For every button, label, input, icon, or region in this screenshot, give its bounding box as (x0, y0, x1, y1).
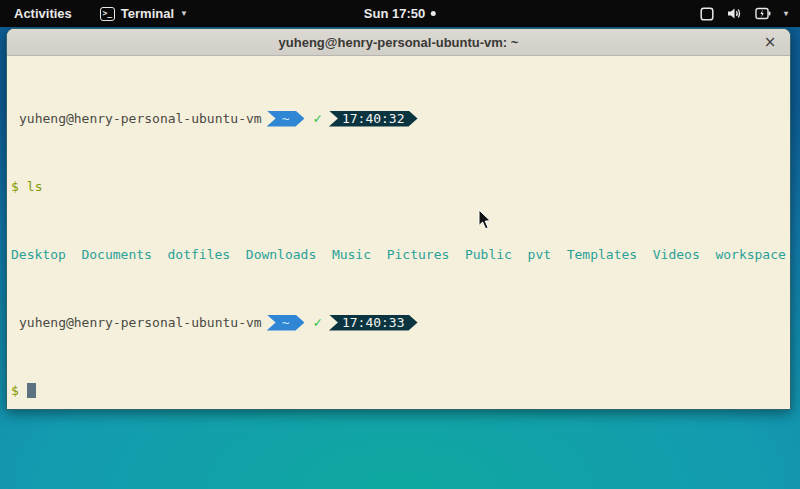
status-check-icon: ✓ (313, 314, 321, 331)
ls-output: Desktop Documents dotfiles Downloads Mus… (11, 246, 786, 263)
prompt-user: yuheng@henry-personal-ubuntu-vm (11, 314, 262, 331)
battery-charging-icon (755, 7, 771, 20)
chevron-down-icon: ▼ (180, 9, 188, 18)
window-titlebar[interactable]: yuheng@henry-personal-ubuntu-vm: ~ × (7, 29, 790, 56)
terminal-window: yuheng@henry-personal-ubuntu-vm: ~ × yuh… (6, 28, 791, 410)
prompt-path-badge: ~ (267, 315, 305, 331)
shell-prompt: $ (11, 382, 19, 399)
window-title: yuheng@henry-personal-ubuntu-vm: ~ (279, 35, 519, 50)
status-check-icon: ✓ (313, 110, 321, 127)
prompt-path-badge: ~ (267, 111, 305, 127)
system-tray-menu[interactable]: ▾ (700, 7, 788, 21)
terminal-content[interactable]: yuheng@henry-personal-ubuntu-vm ~ ✓ 17:4… (7, 56, 790, 410)
shell-prompt: $ (11, 178, 19, 195)
command-line: $ ls (11, 178, 786, 195)
mouse-pointer-icon (478, 209, 492, 230)
prompt-time-badge: 17:40:32 (329, 111, 418, 127)
close-button[interactable]: × (761, 33, 779, 51)
terminal-cursor (27, 383, 36, 398)
app-menu-label: Terminal (121, 6, 174, 21)
volume-icon (727, 7, 742, 20)
app-menu-terminal[interactable]: >_ Terminal ▼ (100, 6, 188, 21)
notification-dot (431, 11, 436, 16)
input-line: $ (11, 382, 786, 399)
prompt-user: yuheng@henry-personal-ubuntu-vm (11, 110, 262, 127)
clock-button[interactable]: Sun 17:50 (364, 6, 436, 21)
prompt-line: yuheng@henry-personal-ubuntu-vm ~ ✓ 17:4… (11, 314, 786, 331)
activities-button[interactable]: Activities (10, 4, 76, 23)
top-bar: Activities >_ Terminal ▼ Sun 17:50 ▾ (0, 0, 800, 27)
command-text: ls (27, 178, 43, 195)
display-icon (700, 7, 714, 21)
prompt-line: yuheng@henry-personal-ubuntu-vm ~ ✓ 17:4… (11, 110, 786, 127)
chevron-down-icon: ▾ (784, 9, 788, 18)
terminal-app-icon: >_ (100, 7, 115, 21)
prompt-time-badge: 17:40:33 (329, 315, 418, 331)
clock-label: Sun 17:50 (364, 6, 425, 21)
